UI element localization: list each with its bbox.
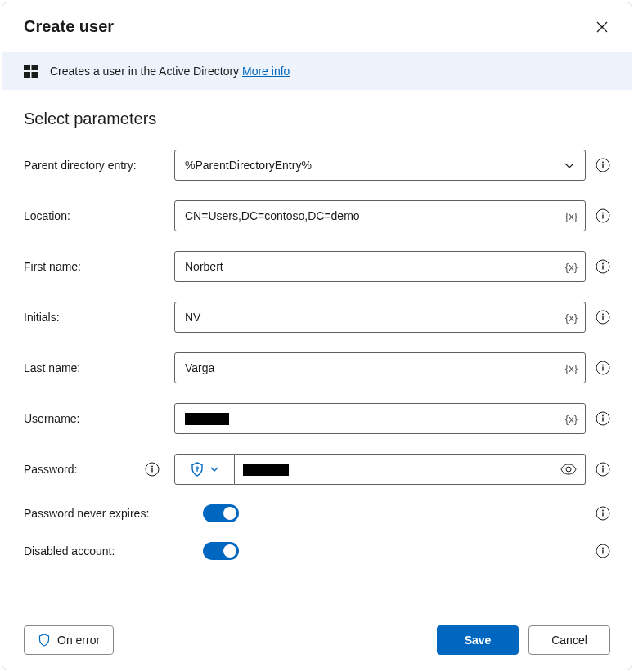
info-icon — [596, 411, 610, 426]
info-username[interactable] — [596, 411, 610, 426]
svg-rect-21 — [602, 418, 603, 422]
last-name-input[interactable]: Varga — [174, 352, 586, 383]
row-never-expires: Password never expires: — [24, 504, 610, 522]
info-disabled[interactable] — [596, 544, 610, 558]
info-first-name[interactable] — [596, 259, 610, 274]
first-name-input[interactable]: Norbert — [174, 251, 586, 282]
password-type-select[interactable] — [174, 454, 235, 485]
never-expires-toggle[interactable] — [203, 504, 239, 522]
cancel-button[interactable]: Cancel — [528, 625, 610, 655]
initials-input[interactable]: NV — [174, 302, 586, 333]
svg-point-34 — [602, 548, 604, 549]
on-error-label: On error — [57, 634, 100, 647]
username-redacted — [185, 413, 229, 425]
first-name-value: Norbert — [185, 260, 223, 273]
username-input[interactable] — [174, 403, 586, 434]
close-icon — [596, 21, 608, 33]
row-password: Password: — [24, 454, 610, 485]
dialog-title: Create user — [24, 17, 114, 36]
row-location: Location: CN=Users,DC=contoso,DC=demo {x… — [24, 200, 610, 231]
save-button[interactable]: Save — [437, 625, 519, 655]
label-last-name: Last name: — [24, 361, 164, 374]
more-info-link[interactable]: More info — [242, 65, 290, 78]
location-input[interactable]: CN=Users,DC=contoso,DC=demo — [174, 200, 586, 231]
location-value: CN=Users,DC=contoso,DC=demo — [185, 209, 360, 222]
parent-directory-select[interactable]: %ParentDirectoryEntry% — [174, 150, 586, 181]
parent-directory-value: %ParentDirectoryEntry% — [185, 159, 312, 172]
label-initials: Initials: — [24, 311, 164, 324]
info-icon — [596, 544, 610, 558]
svg-rect-2 — [24, 72, 30, 78]
info-password-left[interactable] — [145, 462, 160, 477]
label-never-expires: Password never expires: — [24, 507, 164, 520]
info-parent[interactable] — [596, 158, 610, 172]
info-banner: Creates a user in the Active Directory M… — [2, 52, 632, 90]
row-parent-directory: Parent directory entry: %ParentDirectory… — [24, 150, 610, 181]
shield-icon — [190, 462, 205, 477]
disabled-toggle[interactable] — [203, 542, 239, 560]
dialog-footer: On error Save Cancel — [2, 612, 632, 670]
row-first-name: First name: Norbert {x} — [24, 251, 610, 282]
show-password-button[interactable] — [560, 464, 577, 475]
info-icon — [145, 462, 160, 477]
svg-point-25 — [196, 467, 199, 469]
info-icon — [596, 506, 610, 521]
svg-point-8 — [602, 213, 604, 214]
row-last-name: Last name: Varga {x} — [24, 352, 610, 383]
info-icon — [596, 158, 610, 172]
label-password: Password: — [24, 463, 77, 476]
last-name-value: Varga — [185, 361, 214, 374]
info-location[interactable] — [596, 208, 610, 223]
banner-text: Creates a user in the Active Directory M… — [50, 65, 290, 78]
label-first-name: First name: — [24, 260, 164, 273]
info-icon — [596, 310, 610, 325]
svg-point-11 — [602, 263, 604, 265]
chevron-down-icon — [209, 464, 219, 474]
svg-rect-9 — [602, 215, 603, 219]
info-icon — [596, 259, 610, 274]
label-parent: Parent directory entry: — [24, 159, 164, 172]
banner-description: Creates a user in the Active Directory — [50, 65, 242, 78]
row-disabled: Disabled account: — [24, 542, 610, 560]
svg-rect-24 — [151, 468, 152, 473]
svg-rect-18 — [602, 367, 603, 371]
chevron-down-icon — [564, 159, 575, 171]
section-title: Select parameters — [24, 110, 610, 128]
windows-icon — [24, 64, 38, 78]
svg-point-26 — [566, 467, 571, 472]
svg-point-5 — [602, 162, 604, 164]
close-button[interactable] — [594, 19, 610, 35]
svg-rect-6 — [602, 164, 603, 168]
svg-rect-3 — [32, 72, 38, 78]
row-username: Username: {x} — [24, 403, 610, 434]
shield-outline-icon — [38, 634, 51, 647]
on-error-button[interactable]: On error — [24, 625, 114, 655]
svg-point-17 — [602, 365, 604, 366]
svg-rect-0 — [24, 65, 30, 70]
toggle-knob — [223, 544, 236, 558]
dialog-content: Select parameters Parent directory entry… — [2, 90, 632, 612]
label-username: Username: — [24, 412, 164, 425]
create-user-dialog: Create user Creates a user in the Active… — [2, 2, 632, 670]
info-icon — [596, 361, 610, 375]
svg-rect-35 — [602, 550, 603, 554]
svg-rect-32 — [602, 513, 603, 517]
info-initials[interactable] — [596, 310, 610, 325]
row-initials: Initials: NV {x} — [24, 302, 610, 333]
password-redacted — [243, 464, 289, 476]
svg-point-14 — [602, 314, 604, 316]
eye-icon — [560, 464, 577, 475]
initials-value: NV — [185, 311, 200, 324]
cancel-label: Cancel — [551, 634, 587, 647]
info-icon — [596, 462, 610, 477]
password-input[interactable] — [235, 454, 586, 485]
info-last-name[interactable] — [596, 361, 610, 375]
svg-rect-15 — [602, 316, 603, 320]
info-password[interactable] — [596, 462, 610, 477]
info-never-expires[interactable] — [596, 506, 610, 521]
svg-rect-1 — [32, 65, 38, 70]
svg-point-23 — [151, 466, 153, 468]
svg-rect-29 — [602, 468, 603, 473]
label-location: Location: — [24, 209, 164, 222]
svg-point-28 — [602, 466, 604, 468]
